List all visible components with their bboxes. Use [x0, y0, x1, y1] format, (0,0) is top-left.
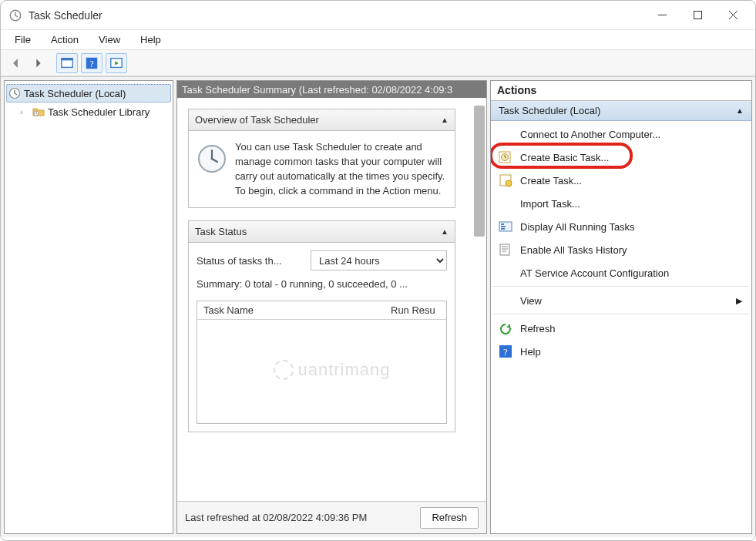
maximize-button[interactable] [680, 3, 715, 28]
action-label: Refresh [520, 323, 556, 334]
blank-icon [499, 266, 512, 280]
task-status-header[interactable]: Task Status ▲ [189, 221, 455, 243]
refresh-icon [499, 322, 512, 336]
actions-context-header[interactable]: Task Scheduler (Local) ▲ [491, 101, 751, 121]
action-display-running[interactable]: Display All Running Tasks [492, 215, 750, 238]
action-view[interactable]: View ▶ [492, 286, 750, 312]
svg-rect-1 [694, 12, 701, 19]
app-icon [8, 8, 22, 22]
blank-icon [499, 127, 512, 141]
action-help[interactable]: ? Help [492, 340, 750, 363]
close-button[interactable] [715, 3, 751, 28]
toolbar-console-button[interactable] [56, 53, 78, 73]
title-bar: Task Scheduler [1, 1, 755, 30]
action-label: Display All Running Tasks [520, 221, 635, 233]
action-label: View [520, 295, 542, 307]
menu-help[interactable]: Help [133, 32, 169, 48]
overview-text: You can use Task Scheduler to create and… [235, 140, 447, 198]
toolbar: ? [1, 50, 755, 76]
menu-view[interactable]: View [91, 32, 128, 48]
svg-rect-19 [500, 244, 509, 255]
action-import-task[interactable]: Import Task... [492, 192, 750, 215]
blank-icon [499, 294, 512, 308]
tree-panel: Task Scheduler (Local) › Task Scheduler … [4, 80, 173, 534]
actions-list: Connect to Another Computer... Create Ba… [491, 121, 751, 365]
main-area: Task Scheduler (Local) › Task Scheduler … [1, 76, 755, 537]
action-label: Import Task... [520, 198, 580, 210]
task-icon [499, 173, 512, 187]
action-label: Help [520, 346, 541, 358]
svg-rect-17 [501, 226, 506, 227]
action-at-config[interactable]: AT Service Account Configuration [492, 261, 750, 284]
collapse-icon: ▲ [736, 106, 744, 115]
action-label: Create Basic Task... [520, 152, 609, 163]
refresh-button[interactable]: Refresh [420, 507, 479, 529]
tree: Task Scheduler (Local) › Task Scheduler … [5, 81, 173, 124]
actions-context-label: Task Scheduler (Local) [499, 105, 600, 116]
toolbar-help-button[interactable]: ? [81, 53, 102, 73]
action-connect-computer[interactable]: Connect to Another Computer... [492, 123, 750, 146]
tree-library-label: Task Scheduler Library [48, 106, 150, 118]
submenu-arrow-icon: ▶ [736, 296, 742, 306]
last-refreshed-label: Last refreshed at 02/08/2022 4:09:36 PM [185, 512, 420, 523]
overview-group: Overview of Task Scheduler ▲ You can use… [188, 109, 455, 208]
status-label: Status of tasks th... [197, 255, 304, 267]
menu-bar: File Action View Help [1, 30, 755, 50]
summary-footer: Last refreshed at 02/08/2022 4:09:36 PM … [177, 501, 486, 533]
status-period-select[interactable]: Last 24 hours [311, 250, 447, 270]
task-status-title: Task Status [195, 226, 247, 237]
clock-icon [8, 87, 21, 99]
task-status-group: Task Status ▲ Status of tasks th... Last… [188, 220, 455, 432]
minimize-button[interactable] [644, 3, 680, 28]
tree-root[interactable]: Task Scheduler (Local) [6, 84, 171, 102]
action-label: Connect to Another Computer... [520, 129, 660, 140]
collapse-icon: ▲ [441, 227, 449, 236]
collapse-icon: ▲ [441, 116, 449, 124]
action-label: Create Task... [520, 175, 582, 186]
clock-large-icon [197, 143, 227, 174]
action-refresh[interactable]: Refresh [492, 314, 750, 340]
svg-rect-18 [501, 228, 505, 230]
overview-title: Overview of Task Scheduler [195, 114, 319, 126]
task-table-col-name[interactable]: Task Name [197, 301, 385, 319]
svg-text:?: ? [503, 346, 508, 358]
action-label: AT Service Account Configuration [520, 267, 669, 279]
window-controls [644, 3, 751, 28]
action-create-task[interactable]: Create Task... [492, 169, 750, 192]
actions-panel: Actions Task Scheduler (Local) ▲ Connect… [490, 80, 752, 534]
task-table: Task Name Run Resu [197, 301, 447, 424]
nav-forward-button[interactable] [29, 53, 49, 73]
blank-icon [499, 197, 512, 210]
nav-back-button[interactable] [5, 53, 25, 73]
running-tasks-icon [499, 220, 512, 234]
svg-point-14 [506, 180, 512, 186]
scrollbar[interactable] [474, 106, 485, 237]
action-enable-history[interactable]: Enable All Tasks History [492, 238, 750, 261]
help-icon: ? [499, 344, 512, 358]
svg-text:?: ? [89, 59, 93, 69]
folder-icon [32, 106, 45, 118]
history-icon [499, 243, 512, 257]
summary-header: Task Scheduler Summary (Last refreshed: … [177, 81, 486, 98]
action-create-basic-task[interactable]: Create Basic Task... [492, 146, 750, 169]
summary-panel: Task Scheduler Summary (Last refreshed: … [176, 80, 487, 534]
summary-body: Overview of Task Scheduler ▲ You can use… [177, 98, 486, 499]
svg-rect-3 [62, 58, 72, 60]
status-summary-line: Summary: 0 total - 0 running, 0 succeede… [197, 278, 447, 290]
window-title: Task Scheduler [29, 9, 644, 22]
basic-task-icon [499, 150, 512, 164]
task-table-col-run[interactable]: Run Resu [385, 301, 446, 319]
menu-action[interactable]: Action [43, 32, 86, 48]
action-label: Enable All Tasks History [520, 244, 627, 256]
expand-icon[interactable]: › [20, 107, 29, 116]
toolbar-run-button[interactable] [106, 53, 127, 73]
menu-file[interactable]: File [7, 32, 39, 48]
svg-rect-16 [501, 223, 504, 225]
tree-root-label: Task Scheduler (Local) [24, 88, 126, 99]
overview-group-header[interactable]: Overview of Task Scheduler ▲ [189, 109, 455, 131]
actions-title: Actions [491, 81, 751, 101]
tree-library[interactable]: › Task Scheduler Library [6, 102, 171, 121]
